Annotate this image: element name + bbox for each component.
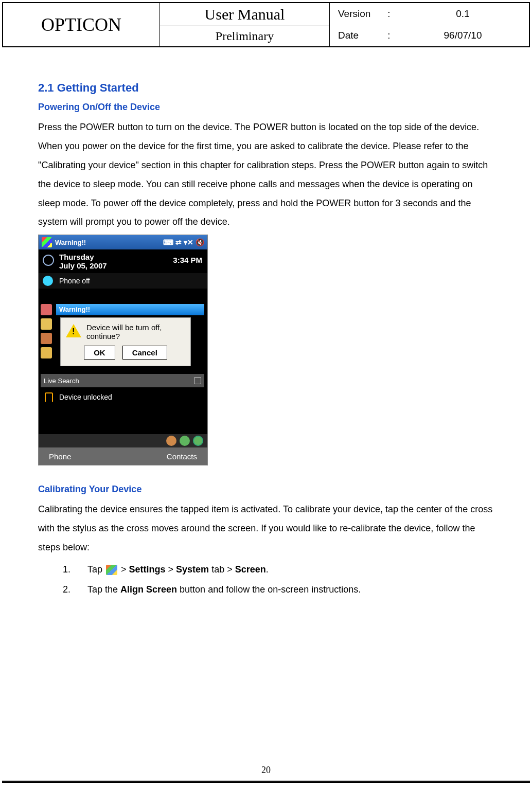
- steps-list: 1. Tap > Settings > System tab > Screen.…: [38, 560, 494, 599]
- device-screenshot: Warning!! ⌨ ⇄ ▾✕ 🔇 Thursday July 05, 200…: [38, 235, 208, 465]
- mail-icon: [41, 318, 52, 330]
- version-label: Version: [330, 8, 381, 20]
- softkey-phone[interactable]: Phone: [49, 452, 71, 461]
- version-value: 0.1: [397, 8, 529, 20]
- ss-day: Thursday: [59, 253, 107, 261]
- tray-icon-2: [180, 436, 190, 446]
- step1-prefix: Tap: [87, 564, 105, 575]
- list-item: 1. Tap > Settings > System tab > Screen.: [63, 560, 494, 579]
- colon: :: [381, 30, 397, 41]
- grid-icon: [41, 347, 52, 358]
- keyboard-icon: ⌨: [163, 238, 173, 246]
- version-row: Version : 0.1: [330, 3, 529, 25]
- windows-start-icon: [42, 237, 52, 247]
- step-number-1: 1.: [63, 560, 87, 579]
- ss-phone-off-row: Phone off: [39, 273, 207, 289]
- ss-live-label: Live Search: [44, 377, 79, 385]
- ss-top-bar: Warning!! ⌨ ⇄ ▾✕ 🔇: [39, 235, 207, 249]
- subsection-heading-power: Powering On/Off the Device: [38, 102, 494, 113]
- step-text-2: Tap the Align Screen button and follow t…: [87, 580, 494, 599]
- ss-tray-row: [39, 434, 207, 449]
- softkey-contacts[interactable]: Contacts: [167, 452, 197, 461]
- step1-gt2: >: [166, 564, 176, 575]
- step2-align: Align Screen: [120, 584, 177, 595]
- phone-icon: [43, 276, 53, 286]
- meta-cell: Version : 0.1 Date : 96/07/10: [330, 3, 529, 46]
- step-text-1: Tap > Settings > System tab > Screen.: [87, 560, 494, 579]
- date-value: 96/07/10: [397, 30, 529, 41]
- ss-unlocked-row: Device unlocked: [41, 389, 204, 405]
- doc-title: User Manual: [160, 3, 329, 26]
- list-item: 2. Tap the Align Screen button and follo…: [63, 580, 494, 599]
- sync-icon: ⇄: [175, 238, 182, 246]
- ss-dialog-text: Device will be turn off, continue?: [86, 323, 185, 340]
- calendar-icon: [41, 333, 52, 344]
- section-heading: 2.1 Getting Started: [38, 81, 494, 95]
- ss-live-search-row: Live Search: [41, 374, 204, 387]
- date-row: Date : 96/07/10: [330, 25, 529, 46]
- signal-icon: ▾✕: [184, 238, 193, 246]
- contact-icon: [41, 304, 52, 315]
- tray-icon-3: [193, 436, 203, 446]
- ss-unlocked-label: Device unlocked: [59, 393, 112, 401]
- ss-warning-bar: Warning!!: [56, 304, 204, 315]
- ss-status-icons: ⌨ ⇄ ▾✕ 🔇: [163, 238, 204, 246]
- ss-side-icons: [41, 304, 52, 358]
- ss-softkey-bar: Phone Contacts: [39, 447, 207, 465]
- step1-period: .: [266, 564, 269, 575]
- cancel-button[interactable]: Cancel: [122, 346, 167, 360]
- date-label: Date: [330, 30, 381, 41]
- warning-triangle-icon: [66, 324, 81, 337]
- footer-rule: [2, 781, 530, 783]
- page-number: 20: [0, 765, 532, 776]
- title-cell: User Manual Preliminary: [160, 3, 330, 46]
- step2-suffix: button and follow the on-screen instruct…: [177, 584, 361, 595]
- step1-gt1: >: [118, 564, 129, 575]
- step1-system: System: [176, 564, 209, 575]
- doc-subtitle: Preliminary: [160, 26, 329, 46]
- paragraph-power: Press the POWER button to turn on the de…: [38, 118, 494, 231]
- speaker-icon: 🔇: [196, 238, 204, 246]
- step1-settings: Settings: [129, 564, 166, 575]
- clock-icon: [43, 255, 54, 266]
- document-header: OPTICON User Manual Preliminary Version …: [2, 2, 530, 47]
- ss-poweroff-dialog: Device will be turn off, continue? OK Ca…: [60, 317, 191, 366]
- brand-cell: OPTICON: [3, 3, 160, 46]
- ok-button[interactable]: OK: [84, 346, 115, 360]
- ss-date-row: Thursday July 05, 2007 3:34 PM: [39, 249, 207, 273]
- ss-top-title: Warning!!: [55, 239, 86, 246]
- ss-date-text: July 05, 2007: [59, 261, 107, 270]
- ss-time: 3:34 PM: [173, 256, 202, 264]
- step-number-2: 2.: [63, 580, 87, 599]
- step1-screen: Screen: [235, 564, 266, 575]
- paragraph-calibrate: Calibrating the device ensures the tappe…: [38, 500, 494, 557]
- unlock-icon: [45, 392, 53, 402]
- subsection-heading-calibrate: Calibrating Your Device: [38, 484, 494, 495]
- tray-icon-1: [166, 436, 176, 446]
- step2-prefix: Tap the: [87, 584, 120, 595]
- windows-start-icon: [106, 565, 117, 575]
- step1-tab: tab >: [209, 564, 235, 575]
- page-content: 2.1 Getting Started Powering On/Off the …: [0, 49, 532, 599]
- search-icon: [194, 377, 201, 384]
- ss-phone-off-label: Phone off: [59, 277, 90, 285]
- colon: :: [381, 8, 397, 20]
